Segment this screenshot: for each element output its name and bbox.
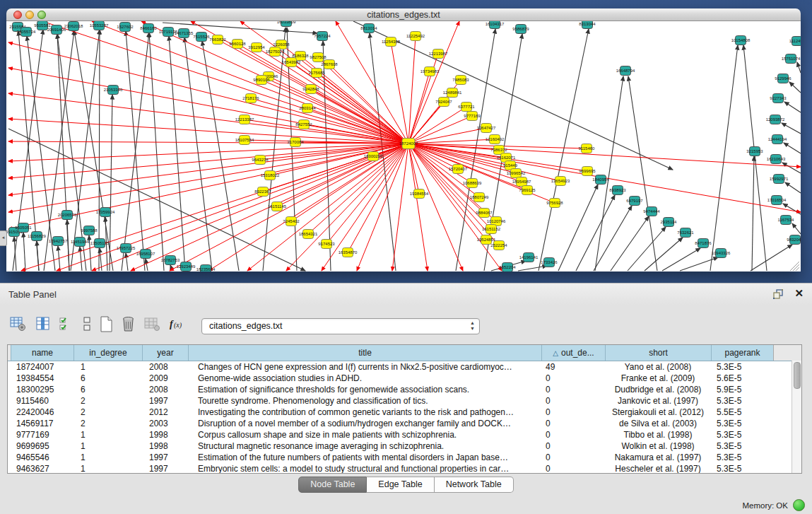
graph-edge[interactable] [628, 227, 666, 271]
memory-ok-indicator[interactable] [793, 499, 805, 511]
graph-edge[interactable] [558, 185, 598, 271]
table-row[interactable]: 946362711997Embryonic stem cells: a mode… [8, 463, 801, 474]
graph-edge[interactable] [784, 102, 801, 112]
table-cell[interactable]: 5.3E-5 [711, 430, 773, 440]
import-table-disabled-icon[interactable] [143, 316, 160, 332]
graph-edge[interactable] [92, 21, 408, 144]
network-canvas[interactable]: 2315584240557249505581206914062306201810… [6, 21, 801, 271]
table-cell[interactable]: 0 [541, 464, 605, 474]
close-panel-icon[interactable]: ✕ [794, 287, 804, 300]
table-cell[interactable]: 18724007 [11, 362, 73, 372]
table-cell[interactable]: 5.3E-5 [711, 396, 773, 406]
graph-edge[interactable] [782, 163, 801, 173]
column-chooser-icon[interactable] [35, 316, 52, 332]
table-cell[interactable]: Corpus callosum shape and size in male p… [188, 430, 541, 440]
graph-edge[interactable] [783, 204, 801, 214]
table-row[interactable]: 1456911722003Disruption of a novel membe… [8, 418, 801, 429]
table-cell[interactable]: Investigating the contribution of common… [188, 407, 541, 417]
graph-edge[interactable] [752, 156, 754, 271]
table-cell[interactable]: 9465546 [11, 452, 73, 462]
table-cell[interactable]: Structural magnetic resonance image aver… [188, 441, 541, 451]
table-cell[interactable]: 1 [73, 430, 142, 440]
graph-edge[interactable] [662, 248, 700, 271]
table-row[interactable]: 2242004622012Investigating the contribut… [8, 407, 801, 418]
graph-edge[interactable] [99, 30, 100, 271]
column-header-short[interactable]: short [605, 345, 711, 361]
graph-edge[interactable] [322, 144, 408, 271]
table-cell[interactable]: 1998 [142, 441, 188, 451]
table-cell[interactable]: 2008 [142, 385, 188, 395]
table-cell[interactable]: Wolkin et al. (1998) [605, 441, 711, 451]
table-cell[interactable]: 5.3E-5 [711, 441, 773, 451]
table-cell[interactable]: 9463627 [11, 464, 73, 474]
graph-edge[interactable] [408, 71, 430, 144]
table-row[interactable]: 969969511998Structural magnetic resonanc… [8, 440, 801, 452]
table-cell[interactable]: Hescheler et al. (1997) [605, 464, 711, 474]
delete-table-icon[interactable] [121, 316, 136, 332]
table-cell[interactable]: 2012 [142, 407, 188, 417]
table-cell[interactable]: 5.9E-5 [711, 385, 773, 395]
table-cell[interactable]: 5.3E-5 [711, 419, 773, 428]
table-cell[interactable]: Embryonic stem cells: a model to study s… [188, 464, 541, 474]
graph-edge[interactable] [146, 259, 148, 271]
table-cell[interactable]: 6 [73, 385, 142, 395]
row-height-icon[interactable] [83, 316, 91, 332]
table-cell[interactable]: 5.3E-5 [711, 362, 773, 372]
table-settings-icon[interactable] [10, 316, 27, 332]
table-cell[interactable]: Estimation of significance thresholds fo… [188, 385, 541, 395]
table-cell[interactable]: 2003 [142, 419, 188, 428]
graph-edge[interactable] [595, 76, 623, 271]
table-cell[interactable]: 18300295 [11, 385, 73, 395]
table-cell[interactable]: 0 [541, 452, 605, 462]
graph-edge[interactable] [57, 34, 86, 271]
table-cell[interactable]: 1 [73, 441, 142, 451]
table-cell[interactable]: 1997 [142, 464, 188, 474]
graph-edge[interactable] [784, 143, 801, 153]
table-cell[interactable]: Nakamura et al. (1997) [605, 452, 711, 462]
table-cell[interactable]: 2 [73, 419, 142, 428]
table-row[interactable]: 1938455462009Genome-wide association stu… [8, 373, 801, 384]
tab-edge-table[interactable]: Edge Table [367, 477, 434, 493]
graph-edge[interactable] [317, 73, 408, 144]
table-cell[interactable]: Tibbo et al. (1998) [605, 430, 711, 440]
graph-edge[interactable] [270, 144, 408, 175]
scrollbar-thumb[interactable] [794, 362, 801, 389]
table-cell[interactable]: 19384554 [11, 373, 73, 383]
window-resize-grip[interactable] [793, 264, 799, 271]
table-cell[interactable]: 2 [73, 396, 142, 406]
graph-edge[interactable] [785, 182, 801, 193]
table-cell[interactable]: 2009 [142, 373, 188, 383]
table-cell[interactable]: 5.6E-5 [711, 373, 773, 383]
table-row[interactable]: 946554611997Estimation of the future num… [8, 452, 801, 463]
graph-edge[interactable] [408, 36, 416, 144]
table-cell[interactable]: 9699695 [11, 441, 73, 451]
graph-edge[interactable] [37, 241, 39, 271]
graph-edge[interactable] [645, 238, 683, 271]
graph-edge[interactable] [710, 45, 738, 271]
graph-edge[interactable] [408, 139, 495, 144]
column-header-in_degree[interactable]: in_degree [73, 345, 142, 361]
table-cell[interactable]: Disruption of a novel member of a sodium… [188, 419, 541, 428]
table-cell[interactable]: Dudbridge et al. (2008) [605, 385, 711, 395]
graph-edge[interactable] [792, 223, 801, 234]
graph-edge[interactable] [67, 220, 69, 271]
table-cell[interactable]: 1997 [142, 396, 188, 406]
graph-edge[interactable] [8, 144, 408, 212]
network-table-selector[interactable]: citations_edges.txt ▲▼ [201, 318, 480, 334]
graph-edge[interactable] [518, 266, 547, 271]
float-panel-icon[interactable] [772, 288, 784, 300]
column-header-title[interactable]: title [188, 345, 541, 361]
table-cell[interactable]: Genome-wide association studies in ADHD. [188, 373, 541, 383]
table-cell[interactable]: 1 [73, 464, 142, 474]
graph-edge[interactable] [782, 123, 801, 134]
collapsed-sidebar-handle[interactable]: ◂ [0, 230, 7, 246]
table-cell[interactable]: 5.3E-5 [711, 464, 773, 474]
tab-network-table[interactable]: Network Table [435, 477, 514, 493]
row-batch-edit-icon[interactable] [59, 316, 75, 332]
table-row[interactable]: 977716911998Corpus callosum shape and si… [8, 429, 801, 440]
graph-edge[interactable] [126, 253, 128, 271]
graph-edge[interactable] [14, 237, 16, 271]
graph-edge[interactable] [789, 82, 801, 93]
table-cell[interactable]: Stergiakouli et al. (2012) [605, 407, 711, 417]
table-cell[interactable]: 1 [73, 362, 142, 372]
